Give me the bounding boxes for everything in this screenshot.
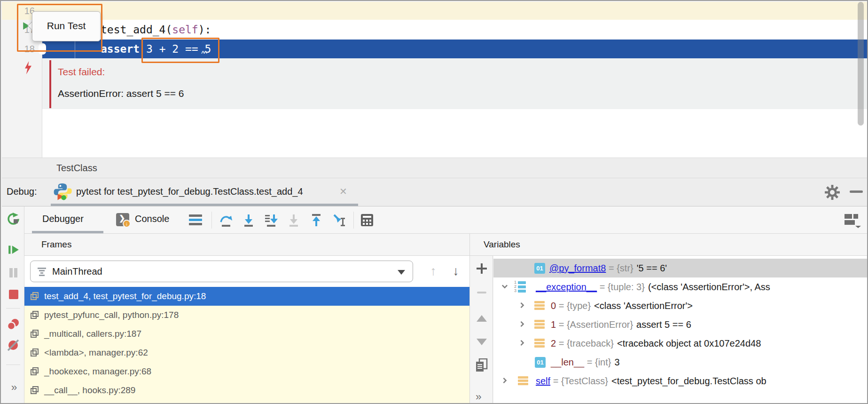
step-into-my-code-icon[interactable] — [264, 213, 278, 227]
show-execution-point-icon[interactable] — [189, 214, 202, 226]
step-into-icon[interactable] — [242, 213, 256, 227]
variable-type: {int} — [595, 357, 611, 367]
numeric-badge-icon: 01 — [534, 263, 545, 274]
rail-separator — [6, 364, 20, 365]
close-session-icon[interactable]: ✕ — [339, 178, 347, 205]
value-icon — [534, 339, 545, 348]
test-failed-title: Test failed: — [58, 64, 105, 80]
variable-row[interactable]: 1 = {AssertionError}assert 5 == 6 — [493, 315, 868, 334]
frame-row[interactable]: _hookexec, manager.py:68 — [24, 362, 469, 381]
frames-panel-title: Frames — [41, 234, 71, 255]
stack-frame-icon — [30, 329, 39, 339]
editor-vertical-scrollbar[interactable] — [858, 2, 864, 126]
rail-more-icon[interactable]: ›› — [7, 381, 21, 394]
chevron-right-icon[interactable] — [518, 339, 526, 347]
force-step-into-icon[interactable] — [287, 213, 301, 227]
view-breakpoints-icon[interactable] — [7, 318, 20, 332]
previous-frame-icon[interactable]: ↑ — [425, 261, 441, 280]
remove-watch-icon[interactable] — [477, 292, 486, 293]
thread-icon — [37, 267, 47, 276]
stack-frame-icon — [30, 348, 39, 357]
mute-breakpoints-icon[interactable] — [7, 339, 19, 351]
value-icon — [534, 301, 545, 310]
evaluate-expression-icon[interactable] — [360, 213, 374, 227]
toolbar-separator — [353, 212, 354, 229]
code-line-17[interactable]: test_add_4(self): — [101, 20, 211, 40]
stack-frame-icon — [30, 367, 39, 376]
duplicate-watch-icon[interactable] — [475, 358, 488, 372]
variable-name: @py_format8 — [549, 263, 606, 273]
variable-row[interactable]: 01 __len__ = {int}3 — [493, 353, 868, 372]
frames-list: test_add_4, test_pytest_for_debug.py:18 … — [24, 287, 469, 404]
variables-side-toolbar: ›› — [470, 256, 493, 404]
chevron-right-icon[interactable] — [518, 301, 526, 309]
panel-headers: Frames Variables — [24, 234, 868, 256]
variable-type: {TestClass} — [561, 376, 608, 386]
step-out-icon[interactable] — [309, 213, 323, 227]
thread-selector[interactable]: MainThread — [30, 261, 413, 282]
frames-panel: MainThread ↑ ↓ test_add_4, test_pytest_f… — [24, 256, 469, 404]
annotation-box-expression — [141, 38, 219, 63]
frame-row[interactable]: _multicall, callers.py:187 — [24, 325, 469, 343]
variable-type: {tuple: 3} — [608, 282, 645, 292]
rerun-icon[interactable] — [7, 213, 20, 225]
variable-row[interactable]: 1 2 3 __exception__ = {tuple: 3}(<class … — [493, 277, 868, 296]
variable-row[interactable]: 01 @py_format8 = {str}'5 == 6' — [493, 259, 868, 277]
test-failed-red-bar — [49, 60, 51, 108]
chevron-right-icon[interactable] — [518, 320, 526, 328]
variable-name: 1 — [551, 319, 556, 330]
next-frame-icon[interactable]: ↓ — [448, 261, 464, 280]
frame-row[interactable]: __call__, hooks.py:289 — [24, 381, 469, 400]
tuple-icon: 1 2 3 — [514, 280, 527, 293]
code-editor[interactable]: 16 17 18 test_add_4(self): assert 3 + 2 … — [2, 2, 868, 158]
tab-console[interactable]: Console — [135, 206, 169, 231]
toolbar-separator — [211, 212, 212, 229]
tab-debugger[interactable]: Debugger — [42, 206, 84, 231]
debug-session-tab[interactable]: pytest for test_pytest_for_debug.TestCla… — [76, 178, 303, 205]
step-over-icon[interactable] — [219, 213, 233, 227]
run-to-cursor-icon[interactable] — [332, 213, 346, 227]
variables-panel: 01 @py_format8 = {str}'5 == 6' 1 2 3 __e… — [493, 256, 868, 404]
chevron-right-icon[interactable] — [500, 376, 509, 385]
settings-gear-icon[interactable] — [824, 184, 840, 200]
variable-row[interactable]: 2 = {traceback}<traceback object at 0x10… — [493, 334, 868, 353]
pytest-python-icon — [53, 182, 72, 201]
frame-row[interactable]: pytest_pyfunc_call, python.py:178 — [24, 306, 469, 325]
assertion-error-text: AssertionError: assert 5 == 6 — [58, 86, 184, 102]
variable-row[interactable]: self = {TestClass}<test_pytest_for_debug… — [493, 372, 868, 390]
restore-layout-icon[interactable] — [843, 212, 861, 228]
frame-row[interactable]: <lambda>, manager.py:62 — [24, 343, 469, 362]
add-watch-icon[interactable] — [477, 263, 487, 274]
toolbar-more-icon[interactable]: ›› — [476, 391, 488, 403]
variable-name: __exception__ — [536, 282, 597, 292]
variable-row[interactable]: 0 = {type}<class 'AssertionError'> — [493, 296, 868, 315]
variable-value: <traceback object at 0x107e24d48 — [617, 338, 761, 349]
variable-value: <test_pytest_for_debug.TestClass ob — [611, 376, 766, 386]
console-tab-icon[interactable]: ❯ ↓ — [116, 213, 129, 226]
variable-name: __len__ — [551, 357, 584, 367]
hide-toolwindow-icon[interactable] — [850, 190, 863, 193]
pycharm-debug-window: 16 17 18 test_add_4(self): assert 3 + 2 … — [0, 0, 868, 404]
move-up-icon[interactable] — [477, 315, 487, 322]
debugger-toolbar: Debugger ❯ ↓ Console — [2, 206, 868, 234]
move-down-icon[interactable] — [477, 339, 487, 345]
debug-label: Debug: — [7, 178, 37, 205]
variable-name: 2 — [551, 338, 556, 349]
stop-icon[interactable] — [8, 289, 19, 300]
test-failed-bolt-icon[interactable] — [23, 61, 33, 74]
variables-panel-title: Variables — [484, 234, 520, 255]
breadcrumb-testclass[interactable]: TestClass — [56, 158, 97, 178]
variable-name: 0 — [551, 301, 556, 311]
chevron-down-icon — [398, 270, 405, 275]
variable-value: '5 == 6' — [637, 263, 667, 273]
variable-type: {traceback} — [567, 338, 614, 349]
annotation-box-run-test — [17, 4, 102, 52]
pause-icon[interactable] — [8, 267, 19, 279]
chevron-down-icon[interactable] — [500, 282, 509, 291]
debug-toolwindow-header: Debug: pytest for test_pytest_for_debug.… — [2, 178, 868, 206]
breadcrumb-bar: TestClass — [2, 158, 868, 178]
panel-divider[interactable] — [469, 234, 470, 404]
frame-row-selected[interactable]: test_add_4, test_pytest_for_debug.py:18 — [24, 287, 469, 306]
resume-icon[interactable] — [8, 243, 20, 256]
variable-value: 3 — [614, 357, 619, 367]
